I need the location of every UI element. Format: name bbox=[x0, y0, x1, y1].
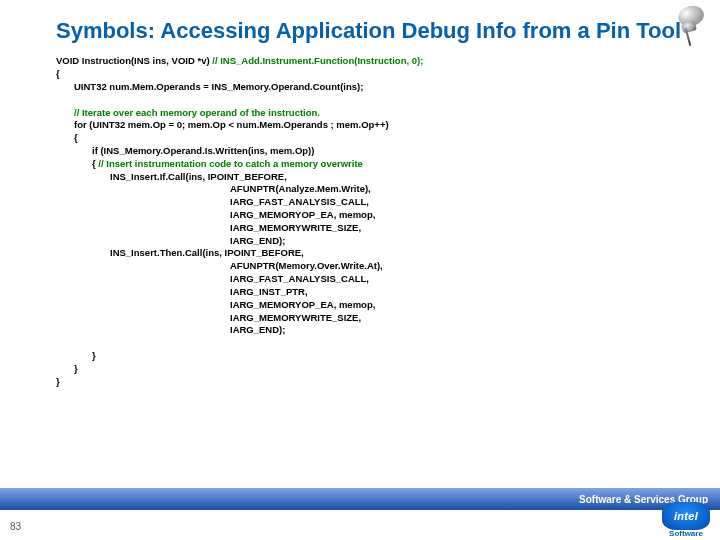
code-line: VOID Instruction(INS ins, VOID *v) // IN… bbox=[56, 55, 688, 68]
code-line: for (UINT32 mem.Op = 0; mem.Op < num.Mem… bbox=[74, 119, 688, 132]
code-line: { bbox=[74, 132, 688, 145]
code-line: if (INS_Memory.Operand.Is.Written(ins, m… bbox=[92, 145, 688, 158]
slide-title: Symbols: Accessing Application Debug Inf… bbox=[56, 18, 688, 43]
code-line: } bbox=[92, 350, 688, 363]
code-line: IARG_MEMORYOP_EA, memop, bbox=[230, 299, 688, 312]
code-line: { // Insert instrumentation code to catc… bbox=[92, 158, 688, 171]
code-line: { bbox=[56, 68, 688, 81]
code-line: AFUNPTR(Analyze.Mem.Write), bbox=[230, 183, 688, 196]
code-block: VOID Instruction(INS ins, VOID *v) // IN… bbox=[56, 55, 688, 388]
code-line: // Iterate over each memory operand of t… bbox=[74, 107, 688, 120]
code-line: UINT32 num.Mem.Operands = INS_Memory.Ope… bbox=[74, 81, 688, 94]
code-line: IARG_END); bbox=[230, 324, 688, 337]
code-line bbox=[56, 94, 688, 107]
pushpin-icon bbox=[670, 4, 710, 50]
code-line: } bbox=[74, 363, 688, 376]
intel-logo: intel Software bbox=[662, 502, 710, 538]
intel-software-label: Software bbox=[662, 529, 710, 538]
code-line: INS_Insert.Then.Call(ins, IPOINT_BEFORE, bbox=[110, 247, 688, 260]
code-line: IARG_FAST_ANALYSIS_CALL, bbox=[230, 196, 688, 209]
intel-logo-icon: intel bbox=[662, 502, 710, 530]
code-line: IARG_MEMORYOP_EA, memop, bbox=[230, 209, 688, 222]
footer: Software & Services Group intel Software… bbox=[0, 488, 720, 540]
code-line bbox=[56, 337, 688, 350]
code-line: } bbox=[56, 376, 688, 389]
code-line: AFUNPTR(Memory.Over.Write.At), bbox=[230, 260, 688, 273]
code-line: IARG_FAST_ANALYSIS_CALL, bbox=[230, 273, 688, 286]
code-line: INS_Insert.If.Call(ins, IPOINT_BEFORE, bbox=[110, 171, 688, 184]
code-line: IARG_MEMORYWRITE_SIZE, bbox=[230, 222, 688, 235]
code-line: IARG_END); bbox=[230, 235, 688, 248]
page-number: 83 bbox=[10, 521, 21, 532]
code-line: IARG_MEMORYWRITE_SIZE, bbox=[230, 312, 688, 325]
code-line: IARG_INST_PTR, bbox=[230, 286, 688, 299]
